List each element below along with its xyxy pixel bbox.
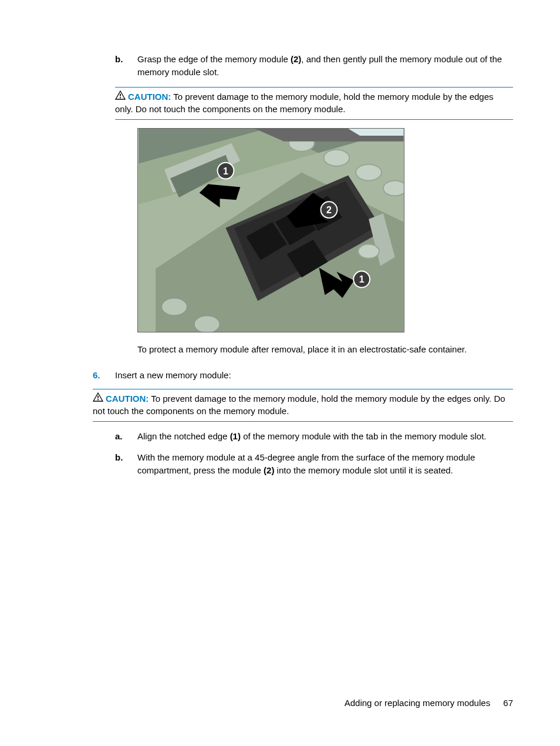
- svg-point-18: [356, 164, 382, 181]
- sub-b-marker: b.: [115, 451, 137, 477]
- document-page: b. Grasp the edge of the memory module (…: [0, 0, 560, 746]
- sub-b-text: With the memory module at a 45-degree an…: [137, 451, 513, 477]
- caution-1-wrap: CAUTION: To prevent damage to the memory…: [115, 87, 513, 120]
- svg-point-17: [323, 150, 349, 166]
- svg-point-23: [194, 315, 220, 332]
- caution-1-text: To prevent damage to the memory module, …: [115, 92, 494, 115]
- sub-b-b1: (2): [264, 465, 274, 475]
- svg-point-2: [120, 97, 121, 98]
- sub-a-marker: a.: [115, 430, 137, 443]
- footer-section: Adding or replacing memory modules: [345, 698, 490, 708]
- step-b-bold-1: (2): [291, 54, 301, 64]
- svg-text:1: 1: [223, 166, 228, 176]
- step-6-row: 6. Insert a new memory module:: [93, 369, 513, 382]
- caution-2-text: To prevent damage to the memory module, …: [93, 394, 505, 416]
- sub-a-t1: Align the notched edge: [137, 431, 230, 441]
- main-content: b. Grasp the edge of the memory module (…: [47, 53, 513, 476]
- warning-icon: [93, 392, 103, 402]
- step-b-text-1: Grasp the edge of the memory module: [137, 54, 291, 64]
- svg-point-19: [383, 180, 404, 196]
- caution-block-2: CAUTION: To prevent damage to the memory…: [93, 389, 513, 422]
- step-b-text: Grasp the edge of the memory module (2),…: [137, 53, 513, 79]
- step-b-row: b. Grasp the edge of the memory module (…: [115, 53, 513, 79]
- svg-text:1: 1: [359, 274, 365, 284]
- step-6-text: Insert a new memory module:: [115, 369, 513, 382]
- sub-a-row: a. Align the notched edge (1) of the mem…: [115, 430, 513, 443]
- page-footer: Adding or replacing memory modules 67: [345, 697, 513, 710]
- sub-a-text: Align the notched edge (1) of the memory…: [137, 430, 513, 443]
- sub-list: a. Align the notched edge (1) of the mem…: [115, 430, 513, 476]
- footer-page-number: 67: [503, 698, 513, 708]
- caution-1-label: CAUTION:: [128, 92, 171, 102]
- svg-point-21: [358, 244, 379, 258]
- caution-block-1: CAUTION: To prevent damage to the memory…: [115, 87, 513, 120]
- sub-b-row: b. With the memory module at a 45-degree…: [115, 451, 513, 477]
- figure-memory-module: 1 2 1: [137, 128, 513, 332]
- sub-b-t2: into the memory module slot until it is …: [274, 465, 453, 475]
- svg-point-37: [97, 399, 99, 400]
- step-b-marker: b.: [115, 53, 137, 79]
- svg-text:2: 2: [326, 205, 332, 215]
- protect-text: To protect a memory module after removal…: [137, 343, 513, 356]
- caution-2-label: CAUTION:: [106, 394, 149, 404]
- sub-a-b1: (1): [230, 431, 241, 441]
- step-6-marker: 6.: [93, 369, 115, 382]
- sub-a-t2: of the memory module with the tab in the…: [241, 431, 487, 441]
- warning-icon: [115, 90, 126, 100]
- svg-point-22: [161, 298, 187, 315]
